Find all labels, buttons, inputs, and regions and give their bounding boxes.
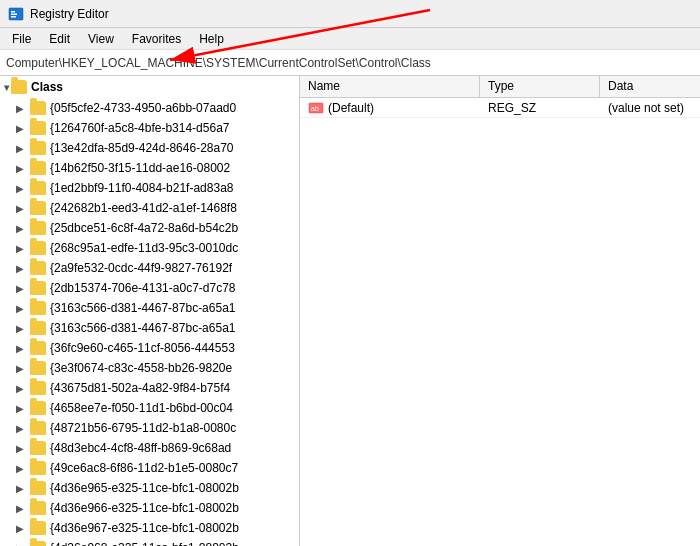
tree-item-label: {49ce6ac8-6f86-11d2-b1e5-0080c7 <box>50 461 238 475</box>
root-label: Class <box>31 80 63 94</box>
folder-icon <box>30 301 46 315</box>
col-data: Data <box>600 76 700 97</box>
tree-item[interactable]: ▶{36fc9e60-c465-11cf-8056-444553 <box>0 338 299 358</box>
tree-item[interactable]: ▶{3163c566-d381-4467-87bc-a65a1 <box>0 318 299 338</box>
tree-item[interactable]: ▶{49ce6ac8-6f86-11d2-b1e5-0080c7 <box>0 458 299 478</box>
tree-item[interactable]: ▶{25dbce51-6c8f-4a72-8a6d-b54c2b <box>0 218 299 238</box>
expand-icon: ▶ <box>16 503 28 514</box>
expand-icon: ▶ <box>16 483 28 494</box>
menu-view[interactable]: View <box>80 30 122 48</box>
tree-item[interactable]: ▶{4d36e967-e325-11ce-bfc1-08002b <box>0 518 299 538</box>
tree-item-label: {3163c566-d381-4467-87bc-a65a1 <box>50 321 236 335</box>
tree-item-label: {36fc9e60-c465-11cf-8056-444553 <box>50 341 235 355</box>
folder-icon <box>30 421 46 435</box>
tree-item[interactable]: ▶{13e42dfa-85d9-424d-8646-28a70 <box>0 138 299 158</box>
address-bar: Computer\HKEY_LOCAL_MACHINE\SYSTEM\Curre… <box>0 50 700 76</box>
col-name: Name <box>300 76 480 97</box>
expand-icon: ▶ <box>16 183 28 194</box>
title-bar: Registry Editor <box>0 0 700 28</box>
tree-item-label: {4d36e965-e325-11ce-bfc1-08002b <box>50 481 239 495</box>
folder-icon <box>30 221 46 235</box>
expand-icon: ▶ <box>16 163 28 174</box>
tree-item[interactable]: ▶{1ed2bbf9-11f0-4084-b21f-ad83a8 <box>0 178 299 198</box>
collapse-icon: ▾ <box>4 82 9 93</box>
folder-icon <box>30 381 46 395</box>
expand-icon: ▶ <box>16 463 28 474</box>
tree-item[interactable]: ▶{4658ee7e-f050-11d1-b6bd-00c04 <box>0 398 299 418</box>
folder-icon <box>30 101 46 115</box>
tree-item[interactable]: ▶{2a9fe532-0cdc-44f9-9827-76192f <box>0 258 299 278</box>
tree-item-label: {2a9fe532-0cdc-44f9-9827-76192f <box>50 261 232 275</box>
registry-value-icon: ab <box>308 101 324 115</box>
tree-item[interactable]: ▶{2db15374-706e-4131-a0c7-d7c78 <box>0 278 299 298</box>
tree-item-label: {1264760f-a5c8-4bfe-b314-d56a7 <box>50 121 229 135</box>
tree-item-label: {3e3f0674-c83c-4558-bb26-9820e <box>50 361 232 375</box>
expand-icon: ▶ <box>16 443 28 454</box>
expand-icon: ▶ <box>16 423 28 434</box>
folder-icon <box>30 261 46 275</box>
tree-item-label: {4d36e967-e325-11ce-bfc1-08002b <box>50 521 239 535</box>
menu-edit[interactable]: Edit <box>41 30 78 48</box>
expand-icon: ▶ <box>16 403 28 414</box>
expand-icon: ▶ <box>16 303 28 314</box>
tree-items-container: ▶{05f5cfe2-4733-4950-a6bb-07aad0▶{126476… <box>0 98 299 546</box>
folder-icon <box>30 281 46 295</box>
expand-icon: ▶ <box>16 523 28 534</box>
folder-icon <box>30 321 46 335</box>
expand-icon: ▶ <box>16 103 28 114</box>
expand-icon: ▶ <box>16 383 28 394</box>
tree-root[interactable]: ▾ Class <box>0 76 299 98</box>
folder-icon <box>30 201 46 215</box>
title-bar-text: Registry Editor <box>30 7 109 21</box>
folder-icon <box>30 401 46 415</box>
folder-icon <box>30 121 46 135</box>
svg-rect-3 <box>11 11 15 13</box>
right-row-default[interactable]: ab (Default) REG_SZ (value not set) <box>300 98 700 118</box>
tree-item[interactable]: ▶{268c95a1-edfe-11d3-95c3-0010dc <box>0 238 299 258</box>
right-cell-data: (value not set) <box>600 99 700 117</box>
tree-item-label: {1ed2bbf9-11f0-4084-b21f-ad83a8 <box>50 181 234 195</box>
expand-icon: ▶ <box>16 543 28 547</box>
tree-item-label: {25dbce51-6c8f-4a72-8a6d-b54c2b <box>50 221 238 235</box>
tree-item[interactable]: ▶{05f5cfe2-4733-4950-a6bb-07aad0 <box>0 98 299 118</box>
svg-rect-4 <box>11 13 17 15</box>
column-headers: Name Type Data <box>300 76 700 98</box>
menu-favorites[interactable]: Favorites <box>124 30 189 48</box>
folder-icon <box>30 241 46 255</box>
menu-help[interactable]: Help <box>191 30 232 48</box>
tree-item[interactable]: ▶{48721b56-6795-11d2-b1a8-0080c <box>0 418 299 438</box>
tree-item-label: {4658ee7e-f050-11d1-b6bd-00c04 <box>50 401 233 415</box>
address-path[interactable]: Computer\HKEY_LOCAL_MACHINE\SYSTEM\Curre… <box>6 56 431 70</box>
app-icon <box>8 6 24 22</box>
tree-item-label: {14b62f50-3f15-11dd-ae16-08002 <box>50 161 230 175</box>
menu-bar: File Edit View Favorites Help <box>0 28 700 50</box>
folder-icon <box>30 361 46 375</box>
right-content: ab (Default) REG_SZ (value not set) <box>300 98 700 546</box>
col-type: Type <box>480 76 600 97</box>
tree-item-label: {13e42dfa-85d9-424d-8646-28a70 <box>50 141 234 155</box>
tree-item[interactable]: ▶{14b62f50-3f15-11dd-ae16-08002 <box>0 158 299 178</box>
tree-item-label: {2db15374-706e-4131-a0c7-d7c78 <box>50 281 236 295</box>
tree-item[interactable]: ▶{3163c566-d381-4467-87bc-a65a1 <box>0 298 299 318</box>
tree-item[interactable]: ▶{1264760f-a5c8-4bfe-b314-d56a7 <box>0 118 299 138</box>
tree-panel[interactable]: ▾ Class ▶{05f5cfe2-4733-4950-a6bb-07aad0… <box>0 76 300 546</box>
tree-item-label: {4d36e966-e325-11ce-bfc1-08002b <box>50 501 239 515</box>
svg-text:ab: ab <box>311 105 319 112</box>
tree-item-label: {268c95a1-edfe-11d3-95c3-0010dc <box>50 241 238 255</box>
app-container: Registry Editor File Edit View Favorites… <box>0 0 700 546</box>
tree-item[interactable]: ▶{48d3ebc4-4cf8-48ff-b869-9c68ad <box>0 438 299 458</box>
folder-icon <box>30 501 46 515</box>
tree-item[interactable]: ▶{4d36e968-e325-11ce-bfc1-08002b <box>0 538 299 546</box>
tree-item[interactable]: ▶{4d36e965-e325-11ce-bfc1-08002b <box>0 478 299 498</box>
tree-item[interactable]: ▶{242682b1-eed3-41d2-a1ef-1468f8 <box>0 198 299 218</box>
menu-file[interactable]: File <box>4 30 39 48</box>
tree-item[interactable]: ▶{4d36e966-e325-11ce-bfc1-08002b <box>0 498 299 518</box>
right-panel: Name Type Data ab (Default) REG_SZ <box>300 76 700 546</box>
right-cell-name: ab (Default) <box>300 99 480 117</box>
tree-item-label: {48721b56-6795-11d2-b1a8-0080c <box>50 421 236 435</box>
expand-icon: ▶ <box>16 223 28 234</box>
tree-item[interactable]: ▶{3e3f0674-c83c-4558-bb26-9820e <box>0 358 299 378</box>
expand-icon: ▶ <box>16 243 28 254</box>
expand-icon: ▶ <box>16 343 28 354</box>
tree-item[interactable]: ▶{43675d81-502a-4a82-9f84-b75f4 <box>0 378 299 398</box>
